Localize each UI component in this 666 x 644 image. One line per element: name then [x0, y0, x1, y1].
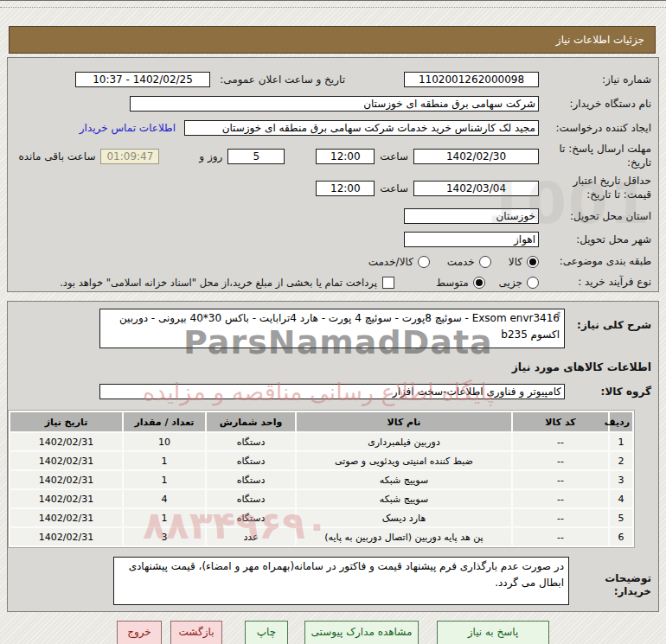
group-field[interactable]	[99, 384, 565, 399]
table-row: 6 -- پن هد پایه دوربین (اتصال دوربین به …	[10, 528, 632, 545]
col-qty: تعداد / مقدار	[124, 412, 205, 431]
city-field[interactable]	[404, 232, 539, 247]
table-row: 2 -- ضبط کننده امنیتی ویدئویی و صوتی دست…	[10, 452, 632, 469]
radio-partial-label: جزیی	[499, 277, 522, 289]
goods-table-header-row: ردیف کد کالا نام کالا واحد شمارش تعداد /…	[10, 412, 632, 431]
city-label: شهر محل تحویل:	[539, 233, 651, 246]
countdown-timer: 01:09:47	[100, 149, 159, 164]
cell-code: --	[513, 528, 608, 545]
cell-name: پن هد پایه دوربین (اتصال دوربین به پایه)	[297, 528, 511, 545]
goods-table: ردیف کد کالا نام کالا واحد شمارش تعداد /…	[8, 410, 635, 548]
cell-name: هارد دیسک	[297, 509, 511, 526]
radio-service-label: خدمت	[447, 256, 475, 268]
treasury-checkbox-label: پرداخت تمام یا بخشی از مبلغ خرید،از محل …	[60, 277, 377, 289]
reply-deadline-hour-label: ساعت	[380, 150, 408, 163]
price-validity-time-field[interactable]	[316, 181, 375, 196]
cell-qty: 1	[124, 471, 205, 488]
radio-goods-service-label: کالا/خدمت	[368, 256, 413, 268]
cell-qty: 1	[124, 509, 205, 526]
cell-code: --	[513, 490, 608, 507]
buyer-contact-link[interactable]: اطلاعات تماس خریدار	[80, 122, 176, 134]
cell-row: 2	[610, 452, 632, 469]
procurement-detail-page: { "title_bar": { "text": "جزئیات اطلاعات…	[0, 0, 666, 644]
radio-goods-label: کالا	[509, 256, 522, 268]
row-buyer-org: نام دستگاه خریدار:	[8, 96, 658, 112]
cell-date: 1402/02/31	[10, 433, 122, 450]
row-reply-deadline: مهلت ارسال پاسخ: تا تاریخ: ساعت روز و 01…	[8, 143, 658, 169]
buyer-org-label: نام دستگاه خریدار:	[539, 98, 651, 111]
cell-code: --	[513, 433, 608, 450]
classification-label: طبقه بندی موضوعی:	[539, 255, 651, 268]
cell-code: --	[513, 452, 608, 469]
cell-date: 1402/02/31	[10, 528, 122, 545]
cell-unit: دستگاه	[207, 433, 295, 450]
row-province: استان محل تحویل:	[8, 208, 658, 224]
description-text: Exsom envr3416 - سوئیچ 8پورت - سوئیچ 4 پ…	[119, 312, 560, 341]
cell-date: 1402/02/31	[10, 452, 122, 469]
row-city: شهر محل تحویل:	[8, 232, 658, 247]
reply-deadline-label: مهلت ارسال پاسخ: تا تاریخ:	[548, 143, 651, 169]
col-code: کد کالا	[513, 412, 608, 431]
radio-medium-label: متوسط	[436, 277, 469, 289]
page-top-border	[0, 0, 666, 1]
reply-deadline-date-field[interactable]	[413, 149, 539, 164]
cell-row: 1	[610, 433, 632, 450]
view-attachments-button[interactable]: مشاهده مدارک پیوستی (7)	[304, 621, 419, 644]
cell-date: 1402/02/31	[10, 509, 122, 526]
row-price-validity: حداقل تاریخ اعتبار قیمت: تا تاریخ: ساعت	[8, 175, 658, 201]
cell-row: 3	[610, 471, 632, 488]
col-row: ردیف	[610, 412, 632, 431]
reply-deadline-time-field[interactable]	[316, 149, 375, 164]
row-process-type: نوع فرآیند خرید : جزیی متوسط پرداخت تمام…	[8, 276, 658, 289]
cell-name: سوییج شبکه	[297, 490, 511, 507]
cell-qty: 3	[124, 528, 205, 545]
cell-code: --	[513, 509, 608, 526]
radio-medium[interactable]	[473, 277, 485, 289]
announce-datetime-field[interactable]	[75, 72, 210, 87]
province-field[interactable]	[404, 208, 539, 224]
creator-label: ایجاد کننده درخواست:	[539, 122, 651, 135]
col-date: تاریخ نیاز	[10, 412, 122, 431]
row-buyer-notes: توضیحات خریدار: در صورت عدم بارگذاری فرم…	[8, 557, 658, 605]
creator-field[interactable]	[184, 120, 539, 136]
cell-qty: 4	[124, 490, 205, 507]
radio-goods[interactable]	[527, 256, 539, 268]
table-row: 5 -- هارد دیسک دستگاه 1 1402/02/31	[10, 509, 632, 526]
textarea-scroll-icon[interactable]: ↕	[555, 309, 562, 322]
back-button[interactable]: بازگشت	[170, 621, 222, 644]
treasury-checkbox[interactable]	[382, 277, 394, 289]
dotted-separator	[0, 7, 666, 8]
description-textarea[interactable]: ↕ Exsom envr3416 - سوئیچ 8پورت - سوئیچ 4…	[99, 309, 565, 348]
radio-goods-service[interactable]	[418, 256, 430, 268]
cell-unit: عدد	[207, 528, 295, 545]
reply-deadline-days-field[interactable]	[227, 149, 285, 164]
table-row: 1 -- دوربین فیلمبرداری دستگاه 10 1402/02…	[10, 433, 632, 450]
table-row: 3 -- سوییج شبکه دستگاه 1 1402/02/31	[10, 471, 632, 488]
row-creator: ایجاد کننده درخواست: اطلاعات تماس خریدار	[8, 120, 658, 136]
goods-heading: اطلاعات کالاهای مورد نیاز	[8, 360, 658, 373]
cell-unit: دستگاه	[207, 509, 295, 526]
price-validity-date-field[interactable]	[413, 181, 539, 196]
print-button[interactable]: چاپ	[245, 621, 288, 644]
cell-unit: دستگاه	[207, 490, 295, 507]
need-number-field[interactable]	[404, 72, 539, 87]
cell-qty: 1	[124, 452, 205, 469]
exit-button[interactable]: خروج	[117, 621, 162, 644]
radio-service[interactable]	[479, 256, 491, 268]
cell-code: --	[513, 471, 608, 488]
cell-date: 1402/02/31	[10, 490, 122, 507]
reply-to-need-button[interactable]: پاسخ به نیاز	[437, 621, 549, 644]
goods-heading-text: اطلاعات کالاهای مورد نیاز	[512, 360, 651, 373]
page-title: جزئیات اطلاعات نیاز	[9, 26, 656, 54]
price-validity-label: حداقل تاریخ اعتبار قیمت: تا تاریخ:	[548, 175, 651, 201]
buyer-notes-textarea[interactable]: در صورت عدم بارگذاری فرم پیشنهاد قیمت و …	[113, 557, 569, 605]
radio-partial[interactable]	[527, 277, 539, 289]
hours-remaining-label: ساعت باقی مانده	[18, 150, 95, 163]
announce-label: تاریخ و ساعت اعلان عمومی:	[215, 73, 345, 86]
cell-unit: دستگاه	[207, 452, 295, 469]
province-label: استان محل تحویل:	[539, 210, 651, 223]
buyer-org-field[interactable]	[130, 96, 539, 112]
price-validity-hour-label: ساعت	[380, 182, 408, 194]
col-name: نام کالا	[297, 412, 511, 431]
cell-name: سوییج شبکه	[297, 471, 511, 488]
